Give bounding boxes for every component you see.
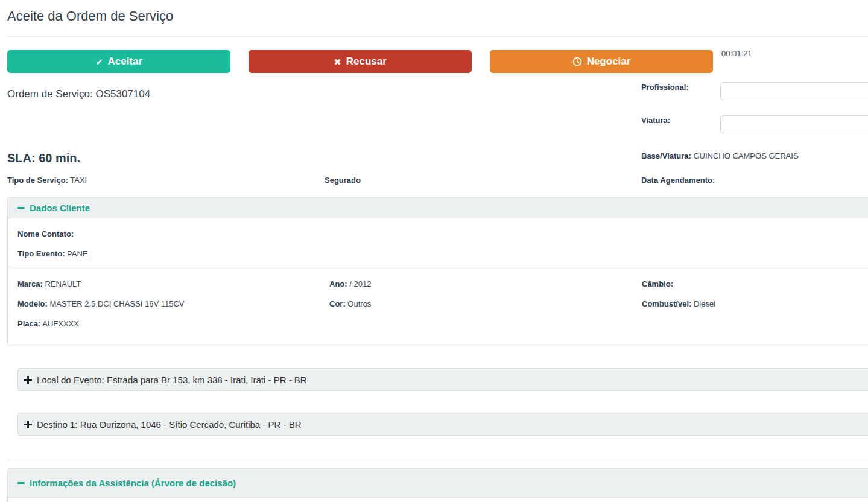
brand-value: RENAULT [45, 279, 81, 288]
expand-plus-icon [24, 421, 32, 428]
assistance-info-section-header[interactable]: Informações da Assistência (Árvore de de… [8, 469, 868, 498]
client-contact-block: Nome Contato: Tipo Evento: PANE [8, 218, 868, 267]
year-value: / 2012 [349, 279, 371, 288]
assistance-info-section-title: Informações da Assistência (Árvore de de… [30, 478, 236, 488]
fuel-field: Combustível: Diesel [642, 299, 868, 308]
model-value: MASTER 2.5 DCI CHASSI 16V 115CV [49, 299, 184, 308]
brand-field: Marca: RENAULT [17, 279, 329, 288]
client-data-panel: Dados Cliente Nome Contato: Tipo Evento:… [7, 197, 868, 346]
segurado-label: Segurado [325, 176, 361, 185]
client-data-section-header[interactable]: Dados Cliente [8, 198, 868, 218]
check-icon: ✔ [95, 57, 103, 66]
service-type-value: TAXI [70, 176, 87, 185]
event-type-label: Tipo Evento: [17, 249, 65, 258]
contact-name-label: Nome Contato: [17, 229, 74, 238]
x-icon: ✖ [334, 57, 341, 66]
year-label: Ano: [329, 279, 347, 288]
model-label: Modelo: [17, 299, 48, 308]
color-field: Cor: Outros [329, 299, 642, 308]
fuel-label: Combustível: [642, 299, 691, 308]
destination-label: Destino 1: Rua Ourizona, 1046 - Sítio Ce… [37, 419, 302, 430]
expand-plus-icon [24, 376, 32, 384]
plate-value: AUFXXXX [42, 319, 79, 328]
service-type-label: Tipo de Serviço: [7, 176, 68, 185]
viatura-input[interactable] [720, 115, 868, 133]
event-type-value: PANE [67, 249, 87, 258]
refuse-button-label: Recusar [346, 56, 387, 68]
event-type-field: Tipo Evento: PANE [17, 249, 868, 258]
bottom-divider [7, 460, 868, 460]
refuse-button[interactable]: ✖ Recusar [249, 50, 472, 73]
base-viatura-value: GUINCHO CAMPOS GERAIS [693, 151, 798, 160]
event-location-label: Local do Evento: Estrada para Br 153, km… [37, 375, 307, 385]
negotiate-button[interactable]: Negociar [490, 50, 713, 73]
gearbox-label: Câmbio: [642, 279, 673, 288]
gearbox-field: Câmbio: [642, 279, 868, 288]
service-type-field: Tipo de Serviço: TAXI [7, 176, 87, 185]
base-viatura-field: Base/Viatura: GUINCHO CAMPOS GERAIS [641, 151, 799, 160]
accept-button[interactable]: ✔ Aceitar [7, 50, 230, 73]
destination-accordion[interactable]: Destino 1: Rua Ourizona, 1046 - Sítio Ce… [17, 413, 868, 436]
plate-field: Placa: AUFXXXX [17, 319, 329, 328]
color-label: Cor: [329, 299, 346, 308]
vehicle-col-2: Ano: / 2012 Cor: Outros [329, 279, 642, 339]
professional-input[interactable] [720, 82, 868, 100]
fuel-value: Diesel [694, 299, 715, 308]
contact-name-field: Nome Contato: [17, 229, 868, 238]
schedule-date-label: Data Agendamento: [641, 176, 715, 185]
service-order-number: Ordem de Serviço: OS5307104 [7, 88, 150, 100]
event-location-accordion[interactable]: Local do Evento: Estrada para Br 153, km… [17, 368, 868, 391]
vehicle-col-3: Câmbio: Combustível: Diesel [642, 279, 868, 339]
color-value: Outros [347, 299, 371, 308]
schedule-date-field: Data Agendamento: [641, 176, 715, 185]
viatura-label: Viatura: [641, 116, 670, 125]
accept-button-label: Aceitar [107, 56, 142, 68]
top-divider [7, 36, 868, 37]
assistance-info-panel: Informações da Assistência (Árvore de de… [7, 468, 868, 502]
clock-icon [572, 57, 582, 66]
sla-text: SLA: 60 min. [7, 151, 80, 165]
collapse-minus-icon [17, 207, 25, 209]
collapse-minus-icon [17, 482, 25, 484]
professional-label: Profissional: [641, 83, 689, 92]
countdown-timer: 00:01:21 [721, 49, 752, 58]
model-field: Modelo: MASTER 2.5 DCI CHASSI 16V 115CV [17, 299, 329, 308]
client-data-section-title: Dados Cliente [30, 203, 90, 213]
year-field: Ano: / 2012 [329, 279, 642, 288]
brand-label: Marca: [17, 279, 43, 288]
vehicle-data-block: Marca: RENAULT Modelo: MASTER 2.5 DCI CH… [8, 267, 868, 339]
vehicle-col-1: Marca: RENAULT Modelo: MASTER 2.5 DCI CH… [17, 279, 329, 339]
negotiate-button-label: Negociar [587, 56, 631, 68]
page-title: Aceite da Ordem de Serviço [7, 8, 173, 24]
base-viatura-label: Base/Viatura: [641, 151, 691, 160]
plate-label: Placa: [17, 319, 40, 328]
